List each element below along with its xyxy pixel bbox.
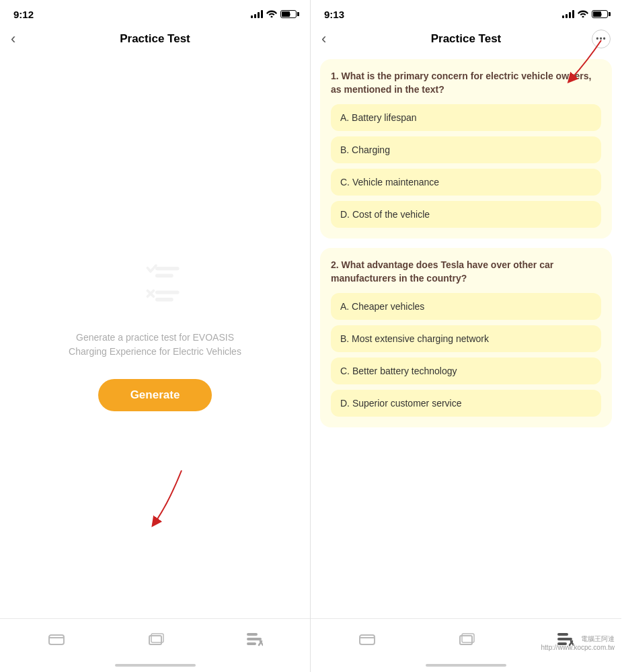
deck-icon-left — [147, 632, 164, 646]
watermark: 電腦王阿達http://www.kocpc.com.tw — [541, 634, 615, 652]
answer-2d[interactable]: D. Superior customer service — [331, 390, 601, 417]
empty-illustration — [122, 261, 189, 317]
status-bar-right: 9:13 60 — [311, 0, 621, 24]
generate-button[interactable]: Generate — [98, 379, 212, 411]
answer-2c[interactable]: C. Better battery technology — [331, 358, 601, 384]
status-bar-left: 9:12 60 — [0, 0, 310, 24]
svg-rect-3 — [155, 298, 173, 301]
deck-icon-right — [457, 632, 475, 646]
more-icon-right: ••• — [596, 35, 607, 43]
left-phone: 9:12 60 ‹ Practice Test — [0, 0, 311, 672]
tab-bar-left — [0, 618, 310, 659]
cards-icon-left — [48, 632, 65, 646]
home-indicator-left — [0, 659, 310, 672]
svg-rect-15 — [360, 635, 375, 644]
status-icons-right: 60 — [562, 9, 608, 19]
questions-content: 1. What is the primary concern for elect… — [311, 54, 621, 618]
back-button-right[interactable]: ‹ — [321, 30, 326, 48]
back-button-left[interactable]: ‹ — [11, 30, 15, 48]
wifi-icon-right — [578, 9, 588, 19]
wifi-icon-left — [266, 9, 277, 19]
svg-line-14 — [259, 641, 262, 645]
quiz-icon-left — [245, 632, 263, 646]
svg-rect-1 — [155, 274, 173, 278]
battery-icon-left: 60 — [280, 10, 297, 18]
status-time-left: 9:12 — [13, 9, 34, 20]
right-phone: 9:13 60 ‹ Practice Test ••• — [311, 0, 621, 672]
answer-1c[interactable]: C. Vehicle maintenance — [331, 169, 601, 196]
tab-deck-left[interactable] — [136, 629, 175, 649]
svg-rect-6 — [49, 635, 64, 644]
tab-deck-right[interactable] — [446, 629, 485, 649]
nav-bar-right: ‹ Practice Test ••• — [311, 24, 621, 54]
nav-title-right: Practice Test — [431, 32, 502, 46]
answer-1a[interactable]: A. Battery lifespan — [331, 104, 601, 131]
signal-icon-right — [562, 10, 574, 18]
empty-description: Generate a practice test for EVOASIS Cha… — [68, 331, 243, 359]
svg-rect-12 — [247, 642, 256, 645]
status-icons-left: 60 — [251, 9, 297, 19]
question-text-1: 1. What is the primary concern for elect… — [331, 70, 601, 96]
answer-2b[interactable]: B. Most extensive charging network — [331, 325, 601, 352]
svg-rect-0 — [155, 267, 180, 270]
cards-icon-right — [358, 632, 376, 646]
home-indicator-right — [311, 659, 621, 672]
question-card-1: 1. What is the primary concern for elect… — [320, 59, 612, 239]
tab-cards-right[interactable] — [348, 629, 387, 649]
answer-2a[interactable]: A. Cheaper vehicles — [331, 293, 601, 320]
empty-state: Generate a practice test for EVOASIS Cha… — [0, 54, 310, 618]
svg-rect-11 — [247, 638, 262, 640]
battery-icon-right: 60 — [592, 10, 608, 18]
nav-title-left: Practice Test — [120, 32, 190, 46]
svg-rect-10 — [247, 633, 258, 636]
answer-1d[interactable]: D. Cost of the vehicle — [331, 201, 601, 228]
more-button-right[interactable]: ••• — [592, 30, 611, 48]
question-text-2: 2. What advantage does Tesla have over o… — [331, 259, 601, 285]
tab-quiz-left[interactable] — [235, 629, 274, 649]
nav-bar-left: ‹ Practice Test — [0, 24, 310, 54]
svg-rect-2 — [155, 290, 180, 294]
tab-cards-left[interactable] — [37, 629, 76, 649]
answer-1b[interactable]: B. Charging — [331, 136, 601, 163]
signal-icon-left — [251, 10, 263, 18]
question-card-2: 2. What advantage does Tesla have over o… — [320, 248, 612, 427]
status-time-right: 9:13 — [324, 9, 344, 20]
